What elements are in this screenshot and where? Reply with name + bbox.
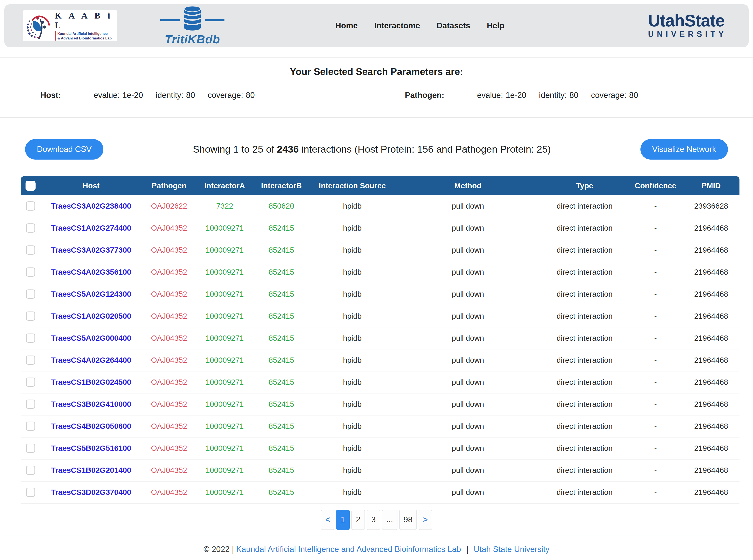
row-checkbox[interactable] bbox=[26, 334, 35, 343]
host-link[interactable]: TraesCS1B02G201400 bbox=[40, 460, 142, 482]
host-link[interactable]: TraesCS4B02G050600 bbox=[40, 416, 142, 438]
host-link[interactable]: TraesCS3B02G410000 bbox=[40, 394, 142, 416]
col-header-type[interactable]: Type bbox=[541, 176, 628, 195]
table-body: TraesCS3A02G238400 OAJ02622 7322 850620 … bbox=[21, 195, 739, 503]
table-row: TraesCS3D02G370400 OAJ04352 100009271 85… bbox=[21, 482, 739, 503]
row-checkbox[interactable] bbox=[26, 201, 35, 211]
interaction-source: hpidb bbox=[310, 394, 395, 416]
row-checkbox[interactable] bbox=[26, 289, 35, 299]
pathogen-id: OAJ04352 bbox=[142, 349, 196, 372]
interactor-a: 100009271 bbox=[196, 482, 253, 503]
row-checkbox[interactable] bbox=[26, 488, 35, 497]
col-header-confidence[interactable]: Confidence bbox=[628, 176, 683, 195]
row-checkbox[interactable] bbox=[26, 245, 35, 255]
nav-home[interactable]: Home bbox=[335, 21, 358, 30]
table-row: TraesCS1B02G024500 OAJ04352 100009271 85… bbox=[21, 372, 739, 394]
interactor-a: 100009271 bbox=[196, 438, 253, 460]
interactor-b: 852415 bbox=[253, 482, 310, 503]
row-checkbox[interactable] bbox=[26, 312, 35, 321]
usu-wordmark: UtahState bbox=[648, 13, 727, 28]
page-button[interactable]: 3 bbox=[367, 509, 380, 530]
row-checkbox[interactable] bbox=[26, 267, 35, 277]
row-checkbox[interactable] bbox=[26, 378, 35, 387]
kaabil-footer-link[interactable]: Kaundal Artificial Intelligence and Adva… bbox=[236, 545, 461, 554]
page-button[interactable]: 2 bbox=[351, 509, 365, 530]
host-link[interactable]: TraesCS5A02G124300 bbox=[40, 283, 142, 305]
page-button[interactable]: 1 bbox=[336, 509, 350, 530]
host-link[interactable]: TraesCS4A02G356100 bbox=[40, 261, 142, 283]
table-row: TraesCS3A02G238400 OAJ02622 7322 850620 … bbox=[21, 195, 739, 217]
row-checkbox[interactable] bbox=[26, 466, 35, 475]
next-page-button[interactable]: > bbox=[419, 509, 432, 530]
confidence: - bbox=[628, 349, 683, 372]
row-checkbox[interactable] bbox=[26, 356, 35, 365]
host-link[interactable]: TraesCS5B02G516100 bbox=[40, 438, 142, 460]
interaction-source: hpidb bbox=[310, 460, 395, 482]
interaction-type: direct interaction bbox=[541, 195, 628, 217]
interactor-b: 852415 bbox=[253, 305, 310, 327]
usu-university-text: UNIVERSITY bbox=[648, 29, 727, 39]
pmid: 21964468 bbox=[683, 349, 739, 372]
nav-interactome[interactable]: Interactome bbox=[374, 21, 420, 30]
col-header-source[interactable]: Interaction Source bbox=[310, 176, 395, 195]
footer: © 2022 | Kaundal Artificial Intelligence… bbox=[0, 545, 753, 554]
host-link[interactable]: TraesCS3A02G238400 bbox=[40, 195, 142, 217]
col-header-method[interactable]: Method bbox=[395, 176, 541, 195]
pmid: 21964468 bbox=[683, 482, 739, 503]
interaction-type: direct interaction bbox=[541, 261, 628, 283]
confidence: - bbox=[628, 460, 683, 482]
table-row: TraesCS5A02G124300 OAJ04352 100009271 85… bbox=[21, 283, 739, 305]
interactor-b: 850620 bbox=[253, 195, 310, 217]
confidence: - bbox=[628, 482, 683, 503]
col-header-host[interactable]: Host bbox=[40, 176, 142, 195]
table-row: TraesCS4A02G356100 OAJ04352 100009271 85… bbox=[21, 261, 739, 283]
col-header-pmid[interactable]: PMID bbox=[683, 176, 739, 195]
nav-datasets[interactable]: Datasets bbox=[437, 21, 470, 30]
host-link[interactable]: TraesCS1A02G020500 bbox=[40, 305, 142, 327]
col-header-interactorb[interactable]: InteractorB bbox=[253, 176, 310, 195]
interactor-b: 852415 bbox=[253, 416, 310, 438]
method: pull down bbox=[395, 460, 541, 482]
table-row: TraesCS5A02G000400 OAJ04352 100009271 85… bbox=[21, 327, 739, 349]
prev-page-button[interactable]: < bbox=[321, 509, 334, 530]
host-link[interactable]: TraesCS1B02G024500 bbox=[40, 372, 142, 394]
interactor-a: 100009271 bbox=[196, 305, 253, 327]
interactor-a: 100009271 bbox=[196, 261, 253, 283]
page-ellipsis[interactable]: ... bbox=[382, 509, 398, 530]
col-header-interactora[interactable]: InteractorA bbox=[196, 176, 253, 195]
row-checkbox[interactable] bbox=[26, 444, 35, 453]
method: pull down bbox=[395, 261, 541, 283]
pathogen-id: OAJ04352 bbox=[142, 327, 196, 349]
row-checkbox[interactable] bbox=[26, 223, 35, 233]
host-link[interactable]: TraesCS4A02G264400 bbox=[40, 349, 142, 372]
interaction-type: direct interaction bbox=[541, 283, 628, 305]
host-link[interactable]: TraesCS3A02G377300 bbox=[40, 239, 142, 261]
interaction-type: direct interaction bbox=[541, 372, 628, 394]
page-button[interactable]: 98 bbox=[399, 509, 417, 530]
confidence: - bbox=[628, 372, 683, 394]
host-link[interactable]: TraesCS5A02G000400 bbox=[40, 327, 142, 349]
visualize-network-button[interactable]: Visualize Network bbox=[640, 139, 728, 160]
interactor-a: 100009271 bbox=[196, 394, 253, 416]
interaction-type: direct interaction bbox=[541, 460, 628, 482]
row-checkbox[interactable] bbox=[26, 422, 35, 431]
interaction-source: hpidb bbox=[310, 372, 395, 394]
interaction-type: direct interaction bbox=[541, 305, 628, 327]
interaction-source: hpidb bbox=[310, 217, 395, 239]
nav-help[interactable]: Help bbox=[487, 21, 504, 30]
pathogen-coverage: coverage:80 bbox=[591, 91, 638, 100]
select-all-checkbox[interactable] bbox=[25, 181, 36, 191]
utah-state-logo: UtahState UNIVERSITY bbox=[648, 13, 727, 39]
row-checkbox[interactable] bbox=[26, 400, 35, 409]
interaction-type: direct interaction bbox=[541, 394, 628, 416]
col-header-pathogen[interactable]: Pathogen bbox=[142, 176, 196, 195]
host-link[interactable]: TraesCS3D02G370400 bbox=[40, 482, 142, 503]
confidence: - bbox=[628, 283, 683, 305]
interaction-source: hpidb bbox=[310, 195, 395, 217]
interactor-b: 852415 bbox=[253, 460, 310, 482]
usu-footer-link[interactable]: Utah State University bbox=[474, 545, 550, 554]
interactor-b: 852415 bbox=[253, 239, 310, 261]
tritikbdb-logo[interactable]: TritiKBdb bbox=[159, 5, 226, 46]
host-link[interactable]: TraesCS1A02G274400 bbox=[40, 217, 142, 239]
download-csv-button[interactable]: Download CSV bbox=[25, 139, 103, 160]
